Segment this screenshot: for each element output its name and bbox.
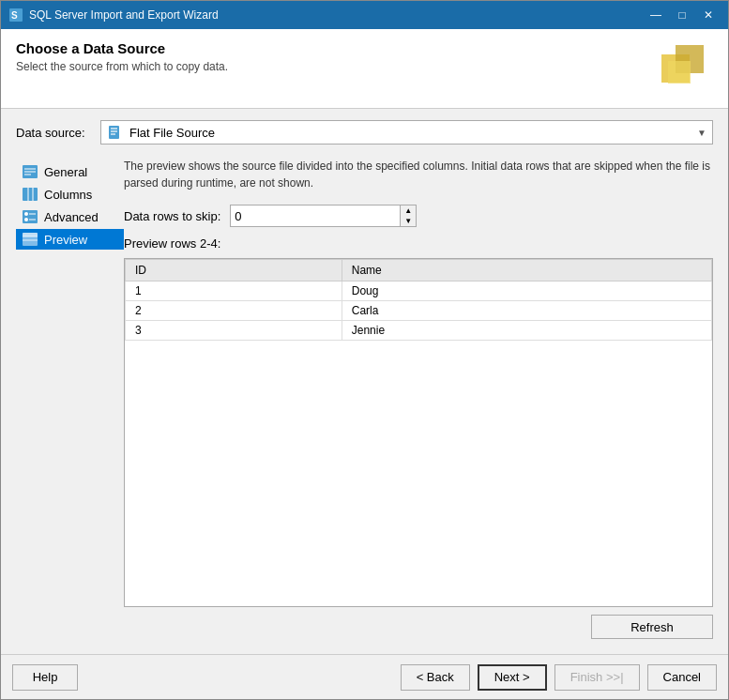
skip-input-container: ▲ ▼ [230,205,417,227]
sidebar-preview-label: Preview [44,233,87,247]
svg-text:S: S [11,10,18,21]
content-area: Choose a Data Source Select the source f… [1,29,728,699]
column-header-name: Name [342,260,711,282]
bottom-bar: Help < Back Next > Finish >>| Cancel [1,654,728,699]
sidebar-general-label: General [44,165,87,179]
columns-icon [22,187,38,202]
close-button[interactable]: ✕ [696,6,721,24]
svg-point-17 [24,212,28,216]
flat-file-icon [107,125,124,140]
datasource-row: Data source: Flat File Source ▼ [16,120,713,145]
header-logo-icon [657,40,713,97]
dropdown-arrow-icon: ▼ [697,128,706,138]
general-icon [22,164,38,179]
table-cell: 1 [126,282,342,301]
preview-icon [22,232,38,247]
table-cell: Jennie [342,321,711,341]
sidebar-item-advanced[interactable]: Advanced [16,206,124,227]
header-section: Choose a Data Source Select the source f… [1,29,728,109]
body-content: General Columns [16,158,713,643]
sidebar: General Columns [16,158,124,643]
datasource-label: Data source: [16,126,91,140]
main-window: S SQL Server Import and Export Wizard — … [0,0,729,700]
skip-input[interactable] [231,205,400,226]
sidebar-item-general[interactable]: General [16,161,124,182]
sidebar-item-preview[interactable]: Preview [16,229,124,250]
header-text: Choose a Data Source Select the source f… [16,40,228,73]
table-cell: 2 [126,301,342,321]
back-button[interactable]: < Back [401,664,470,691]
svg-rect-22 [23,233,38,236]
svg-rect-5 [109,126,119,139]
svg-rect-4 [668,61,691,84]
help-button[interactable]: Help [12,664,78,691]
preview-rows-label: Preview rows 2-4: [124,236,713,251]
refresh-row: Refresh [124,607,713,643]
table-cell: Carla [342,301,711,321]
preview-description: The preview shows the source file divide… [124,158,713,191]
skip-spinners: ▲ ▼ [400,205,416,226]
sidebar-advanced-label: Advanced [44,210,99,224]
datasource-value: Flat File Source [129,126,215,140]
sidebar-columns-label: Columns [44,188,92,202]
datasource-select-inner: Flat File Source [107,125,215,140]
app-icon: S [8,8,23,23]
preview-table: ID Name 1Doug2Carla3Jennie [125,259,712,341]
maximize-button[interactable]: □ [670,6,694,24]
skip-row: Data rows to skip: ▲ ▼ [124,205,713,227]
table-cell: Doug [342,282,711,301]
next-button[interactable]: Next > [478,664,547,691]
table-row: 1Doug [126,282,712,301]
main-section: Data source: Flat File Source ▼ [1,109,728,654]
title-bar: S SQL Server Import and Export Wizard — … [1,1,728,29]
table-cell: 3 [126,321,342,341]
datasource-select[interactable]: Flat File Source ▼ [100,120,713,145]
right-panel: The preview shows the source file divide… [124,158,713,643]
cancel-button[interactable]: Cancel [647,664,717,691]
table-row: 3Jennie [126,321,712,341]
bottom-left: Help [12,664,78,691]
skip-label: Data rows to skip: [124,209,220,223]
window-controls: — □ ✕ [644,6,721,24]
finish-button[interactable]: Finish >>| [554,664,640,691]
refresh-button[interactable]: Refresh [591,615,713,639]
svg-rect-13 [23,188,38,201]
window-title: SQL Server Import and Export Wizard [29,8,638,22]
advanced-icon [22,209,38,224]
page-subtitle: Select the source from which to copy dat… [16,60,228,73]
sidebar-item-columns[interactable]: Columns [16,184,124,205]
page-title: Choose a Data Source [16,40,228,56]
bottom-right: < Back Next > Finish >>| Cancel [401,664,717,691]
preview-table-container: ID Name 1Doug2Carla3Jennie [124,258,713,607]
minimize-button[interactable]: — [644,6,668,24]
table-row: 2Carla [126,301,712,321]
svg-rect-16 [23,210,38,223]
skip-decrement-button[interactable]: ▼ [401,216,416,226]
column-header-id: ID [126,260,342,282]
svg-point-18 [24,218,28,221]
skip-increment-button[interactable]: ▲ [401,205,416,216]
table-header-row: ID Name [126,260,712,282]
